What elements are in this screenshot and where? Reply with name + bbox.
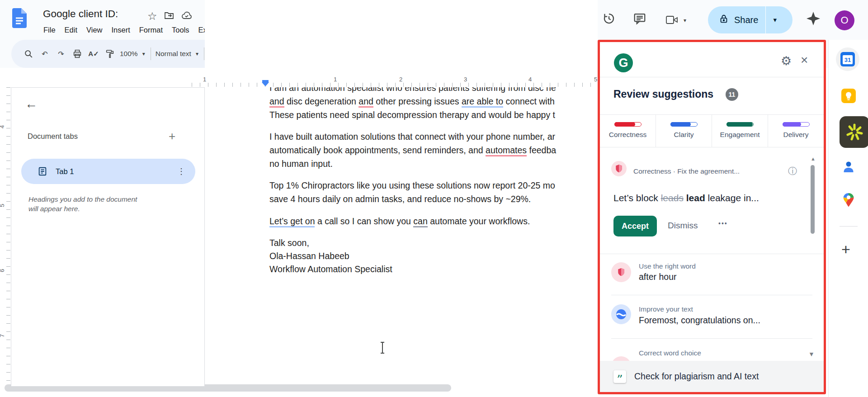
search-menus-icon[interactable] [20,45,37,63]
clarity-circle-icon [611,304,631,324]
google-docs-window: { "header": { "doc_title": "Google clien… [0,0,868,397]
tab-clarity[interactable]: Clarity [656,114,712,147]
print-icon[interactable] [69,45,85,63]
style-dropdown-icon[interactable]: ▾ [193,51,201,57]
back-arrow-icon[interactable]: ← [25,97,38,111]
menu-insert[interactable]: Insert [107,24,135,36]
clarity-underline[interactable]: Let’s get on [269,216,315,227]
share-dropdown-icon[interactable]: ▾ [773,16,777,24]
document-page[interactable]: I am an automation specialist who ensure… [205,0,598,397]
contacts-icon[interactable] [842,160,855,174]
menu-view[interactable]: View [82,24,107,36]
document-title[interactable]: Google client ID: [43,8,118,20]
zoom-select[interactable]: 100% [118,50,140,58]
doc-line: no human input. [269,158,333,170]
google-docs-logo-icon[interactable] [12,8,27,30]
tab-delivery[interactable]: Delivery [768,114,824,147]
add-tab-button[interactable]: + [169,129,175,143]
doc-line: Ola-Hassan Habeeb [269,250,349,262]
doc-line: I have built automation solutions that c… [269,131,555,143]
meet-dropdown-icon[interactable]: ▾ [684,17,686,24]
share-label: Share [734,15,758,25]
comments-icon[interactable] [633,12,646,27]
more-options-button[interactable]: ••• [718,220,728,227]
tab-correctness[interactable]: Correctness [600,114,656,147]
tab-item-tab1[interactable]: Tab 1 ⋮ [21,159,195,184]
suggestion-sentence: Let’s block leads lead leakage in... [613,193,759,203]
accept-button[interactable]: Accept [613,216,657,236]
doc-line: Let’s get on a call so I can show you ca… [269,215,530,227]
move-folder-icon[interactable] [164,10,175,23]
doc-line: Top 1% Chiropractors like you using thes… [269,180,555,192]
correctness-score-pill [614,122,642,127]
redo-icon[interactable]: ↷ [53,45,69,63]
doc-line: Talk soon, [269,237,309,249]
document-tabs-heading: Document tabs [28,132,78,141]
grammarly-logo-icon: G [614,53,633,72]
correctness-underline[interactable]: and [269,96,284,108]
spell-check-icon[interactable]: A✓ [85,45,102,63]
headings-hint: Headings you add to the document will ap… [28,194,142,213]
delivery-underline[interactable]: can [413,216,427,227]
lock-icon [719,14,729,26]
doc-line: These patients need spinal decompression… [269,109,555,121]
tab-engagement[interactable]: Engagement [712,114,768,147]
correctness-underline[interactable]: automates [486,145,527,156]
clarity-underline[interactable]: are able to [462,96,503,108]
indent-marker[interactable] [262,80,269,87]
grammarly-settings-icon[interactable]: ⚙ [781,54,792,68]
share-button[interactable]: Share ▾ [708,6,793,33]
paragraph-style-select[interactable]: Normal text [154,50,193,58]
get-addons-button[interactable]: + [841,241,850,258]
svg-text:31: 31 [844,57,851,63]
correctness-shield-icon [611,262,631,282]
keep-icon[interactable] [841,88,856,104]
info-icon[interactable]: ⓘ [788,165,797,177]
account-avatar[interactable]: O [835,10,854,30]
meet-video-icon[interactable] [665,14,679,27]
menu-format[interactable]: Format [135,24,167,36]
grammarly-panel: G ⚙ × Review suggestions 11 Correctness … [598,40,826,394]
menu-edit[interactable]: Edit [60,24,82,36]
tab-label: Tab 1 [56,167,74,176]
extension-starburst-icon[interactable] [840,116,868,148]
suggestion-category-label[interactable]: Correctness · Fix the agreement... [633,167,740,175]
engagement-score-pill [726,122,754,127]
gemini-sparkle-icon[interactable] [806,11,821,28]
horizontal-ruler[interactable]: 1 1 2 3 4 5 [192,68,598,87]
correctness-underline[interactable]: and [359,96,373,108]
document-tab-icon [38,166,47,176]
paint-format-icon[interactable] [102,45,118,63]
suggestion-category-tabs: Correctness Clarity Engagement Delivery [600,114,824,147]
suggestion-item-title[interactable]: Use the right word [639,262,696,270]
tab-options-icon[interactable]: ⋮ [177,166,185,176]
cloud-saved-icon[interactable] [181,10,193,23]
suggestion-item-title[interactable]: Correct word choice [639,349,701,357]
panel-scrollbar-thumb[interactable] [811,165,815,234]
plagiarism-check-button[interactable]: ” Check for plagiarism and AI text [600,361,824,392]
calendar-icon[interactable]: 31 [836,47,859,71]
scroll-down-icon[interactable]: ▼ [808,350,815,358]
maps-icon[interactable] [842,193,855,208]
suggestion-item-title[interactable]: Improve your text [639,305,693,313]
delivery-score-pill [783,122,810,127]
suggestions-count-badge: 11 [726,88,738,101]
grammarly-close-icon[interactable]: × [801,53,808,67]
removed-word: leads [661,193,684,203]
doc-line: save 4 hours daily on admin tasks, and r… [269,193,531,205]
star-icon[interactable]: ☆ [147,11,157,22]
added-word: lead [686,193,705,203]
undo-icon[interactable]: ↶ [37,45,53,63]
scroll-up-icon[interactable]: ▲ [811,156,816,161]
suggestion-item-text[interactable]: after hour [639,272,676,282]
doc-line: Workflow Automation Specialist [269,263,392,275]
zoom-dropdown-icon[interactable]: ▾ [140,51,148,57]
text-cursor [382,342,383,354]
vertical-ruler[interactable]: 4 5 6 7 [0,87,11,387]
version-history-icon[interactable] [602,12,616,27]
menu-file[interactable]: File [39,24,60,36]
dismiss-button[interactable]: Dismiss [668,221,698,231]
correctness-shield-icon [611,161,627,176]
suggestion-item-text[interactable]: Foremost, congratulations on... [639,315,760,326]
menu-tools[interactable]: Tools [167,24,194,36]
